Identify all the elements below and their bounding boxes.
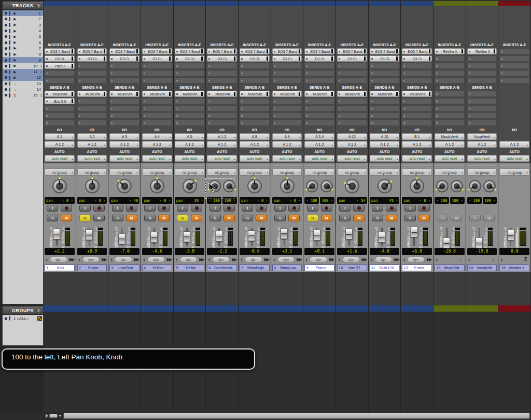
send-power-icon[interactable] [79, 122, 80, 124]
send-slot-empty[interactable] [45, 105, 75, 111]
send-power-icon[interactable] [436, 93, 438, 95]
insert-power-icon[interactable] [371, 73, 373, 74]
volume-nudge-spinner[interactable]: ▴▾ [109, 258, 114, 262]
track-name[interactable]: 14VocalVrb [467, 264, 497, 271]
insert-power-icon[interactable] [241, 58, 243, 60]
insert-power-icon[interactable] [79, 73, 80, 74]
send-power-icon[interactable] [274, 93, 275, 95]
send-power-icon[interactable] [306, 108, 308, 109]
insert-slot-empty[interactable] [435, 63, 465, 69]
send-slot[interactable]: MusicVrb [240, 91, 270, 97]
track-name[interactable]: 12Frank [402, 264, 432, 271]
track-name[interactable]: 5HiHat [175, 264, 205, 271]
send-slot[interactable]: MusicVrb [207, 91, 237, 97]
input-selector[interactable]: A 15▾ [370, 133, 400, 140]
clip-indicator[interactable] [520, 228, 526, 230]
group-selector[interactable]: no group▾ [207, 169, 237, 176]
send-slot-empty[interactable] [435, 98, 465, 104]
send-power-icon[interactable] [176, 101, 178, 102]
insert-slot[interactable]: ReVibe II [435, 48, 465, 54]
fader-track[interactable] [345, 227, 353, 247]
send-power-icon[interactable] [274, 115, 275, 117]
insert-power-icon[interactable] [274, 51, 275, 52]
send-slot[interactable]: MusicVrb [77, 91, 107, 97]
solo-button[interactable]: S [274, 215, 286, 221]
input-monitor-button[interactable]: I [112, 205, 123, 212]
insert-power-icon[interactable] [274, 65, 275, 67]
insert-slot[interactable]: EQ3 7-Band [109, 48, 139, 54]
solo-button[interactable]: S [112, 215, 123, 221]
insert-slot-empty[interactable] [45, 70, 75, 76]
send-power-icon[interactable] [339, 101, 340, 102]
send-slot-empty[interactable] [77, 98, 107, 104]
clip-indicator[interactable] [326, 228, 330, 230]
send-slot-empty[interactable] [77, 113, 107, 119]
send-power-icon[interactable] [241, 122, 243, 124]
insert-power-icon[interactable] [339, 58, 340, 60]
pan-knob[interactable] [247, 179, 262, 193]
record-arm-button[interactable] [256, 205, 267, 212]
send-power-icon[interactable] [111, 115, 113, 117]
send-power-icon[interactable] [241, 108, 243, 109]
send-slot-empty[interactable] [435, 105, 465, 111]
send-slot-empty[interactable] [175, 120, 205, 126]
solo-button[interactable]: S [404, 215, 416, 221]
record-arm-button[interactable] [126, 205, 137, 212]
send-power-icon[interactable] [403, 115, 405, 117]
fader-track[interactable] [476, 227, 483, 247]
tracks-panel-menu-icon[interactable] [36, 3, 41, 8]
send-power-icon[interactable] [241, 101, 243, 102]
insert-power-icon[interactable] [241, 73, 243, 74]
mute-button[interactable]: M [126, 215, 137, 221]
insert-power-icon[interactable] [144, 80, 145, 81]
insert-power-icon[interactable] [501, 51, 502, 52]
track-list-row[interactable]: ↓13 [3, 81, 43, 87]
pan-knob[interactable] [345, 179, 359, 193]
send-power-icon[interactable] [469, 115, 470, 117]
group-selector[interactable]: no group▾ [337, 169, 367, 176]
insert-power-icon[interactable] [79, 65, 80, 67]
send-power-icon[interactable] [274, 108, 275, 109]
insert-slot[interactable]: EQ3 7-Band [337, 48, 367, 54]
insert-power-icon[interactable] [79, 58, 80, 60]
send-slot[interactable]: MusicVrb [337, 91, 367, 97]
send-power-icon[interactable] [111, 101, 113, 102]
insert-power-icon[interactable] [339, 80, 340, 81]
insert-power-icon[interactable] [241, 65, 243, 67]
send-slot-empty[interactable] [207, 120, 237, 126]
groups-panel-menu-icon[interactable] [36, 308, 41, 313]
send-power-icon[interactable] [46, 108, 48, 109]
volume-nudge-spinner[interactable]: ▴▾ [370, 258, 374, 262]
volume-nudge-spinner[interactable]: ▴▾ [337, 258, 341, 262]
mute-button[interactable]: M [223, 215, 235, 221]
fader-track[interactable] [443, 227, 450, 247]
insert-power-icon[interactable] [176, 73, 178, 74]
insert-power-icon[interactable] [306, 58, 308, 60]
pan-display[interactable]: pan‹ 0 › [272, 197, 302, 204]
send-slot-empty[interactable] [175, 105, 205, 111]
send-power-icon[interactable] [111, 108, 113, 109]
mute-button[interactable]: M [321, 215, 332, 221]
send-slot-empty[interactable] [240, 113, 270, 119]
send-slot-empty[interactable] [370, 105, 400, 111]
input-monitor-button[interactable]: I [209, 205, 221, 212]
dyn-button[interactable]: dyn [115, 257, 132, 262]
automation-mode-selector[interactable]: auto read▾ [142, 155, 172, 162]
group-selector[interactable]: no group▾ [142, 169, 172, 176]
insert-slot[interactable]: EQ3 7-Band [77, 48, 107, 54]
volume-fader[interactable] [443, 237, 450, 248]
insert-power-icon[interactable] [241, 51, 243, 52]
clip-indicator[interactable] [423, 228, 428, 230]
insert-slot-empty[interactable] [109, 70, 139, 76]
send-slot-empty[interactable] [109, 105, 139, 111]
insert-slot-empty[interactable] [435, 77, 465, 83]
insert-slot-empty[interactable] [337, 77, 367, 83]
volume-fader[interactable] [281, 228, 288, 239]
insert-slot-empty[interactable] [207, 77, 237, 83]
scroll-option-button[interactable] [49, 414, 58, 418]
insert-slot[interactable]: D3 CL [45, 55, 75, 62]
send-power-icon[interactable] [208, 101, 210, 102]
send-power-icon[interactable] [371, 93, 373, 95]
input-selector[interactable]: A 3▾ [109, 133, 139, 140]
input-monitor-button[interactable]: I [339, 205, 351, 212]
